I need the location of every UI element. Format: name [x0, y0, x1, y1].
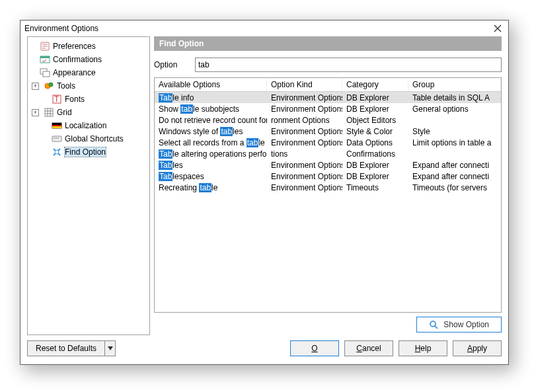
cell-group: Limit options in table a: [408, 138, 501, 147]
cell-category: Confirmations: [342, 149, 408, 159]
close-icon[interactable]: [491, 22, 504, 35]
find-icon: [52, 147, 62, 157]
dialog-footer: Reset to Defaults O Cancel Help Apply: [20, 335, 508, 364]
svg-rect-12: [52, 126, 61, 128]
svg-rect-11: [52, 123, 61, 125]
help-button[interactable]: Help: [399, 340, 447, 356]
tree-expander-icon[interactable]: +: [32, 109, 39, 116]
svg-rect-13: [52, 125, 61, 126]
svg-point-6: [49, 83, 53, 87]
reset-defaults-button[interactable]: Reset to Defaults: [27, 340, 105, 356]
grid-body[interactable]: Table infoEnvironment OptionsDB Explorer…: [155, 92, 501, 312]
cell-kind: Environment Options: [267, 127, 342, 136]
results-grid[interactable]: Available OptionsOption KindCategoryGrou…: [154, 77, 502, 313]
svg-rect-16: [56, 137, 57, 139]
cell-kind: Environment Options: [267, 172, 342, 181]
cell-category: DB Explorer: [342, 104, 408, 114]
tree-item-grid[interactable]: +Grid: [29, 106, 148, 119]
tree-item-label: Localization: [65, 121, 106, 130]
cell-kind: tions: [267, 149, 342, 159]
cell-category: DB Explorer: [342, 172, 408, 181]
svg-rect-2: [40, 56, 50, 58]
table-row[interactable]: Do not retrieve record count for a table…: [155, 114, 501, 126]
cell-option: Tables: [155, 161, 267, 170]
cancel-button[interactable]: Cancel: [344, 340, 393, 356]
tree-item-global-shortcuts[interactable]: Global Shortcuts: [29, 132, 148, 145]
font-icon: T: [52, 94, 62, 104]
tree-item-label: Find Option: [65, 147, 106, 157]
appear-icon: [40, 67, 50, 78]
cell-group: Table details in SQL A: [408, 93, 501, 102]
table-row[interactable]: TablespacesEnvironment OptionsDB Explore…: [155, 171, 501, 182]
table-row[interactable]: Table infoEnvironment OptionsDB Explorer…: [155, 92, 501, 103]
cell-category: Timeouts: [342, 183, 408, 192]
option-input[interactable]: [195, 58, 502, 72]
cell-category: Object Editors: [342, 116, 408, 125]
table-row[interactable]: Table altering operations performed via …: [155, 148, 501, 159]
grid-icon: [44, 107, 54, 118]
cell-option: Table info: [155, 93, 267, 102]
tree-item-label: Global Shortcuts: [65, 134, 124, 143]
cell-group: General options: [408, 104, 501, 114]
svg-point-18: [55, 150, 59, 154]
tree-item-find-option[interactable]: Find Option: [29, 145, 148, 159]
cell-kind: ronment Options: [267, 116, 342, 125]
cell-category: DB Explorer: [342, 93, 408, 102]
cell-kind: Environment Options: [267, 93, 342, 102]
gear-icon: [44, 81, 54, 91]
tree-item-label: Fonts: [65, 95, 85, 104]
cell-kind: Environment Options: [267, 183, 342, 192]
environment-options-dialog: Environment Options PreferencesConfirmat…: [20, 20, 509, 365]
svg-rect-17: [57, 137, 59, 139]
cell-option: Tablespaces: [155, 172, 267, 181]
table-row[interactable]: Select all records from a table *Environ…: [155, 137, 501, 148]
table-row[interactable]: TablesEnvironment OptionsDB ExplorerExpa…: [155, 159, 501, 171]
cell-category: Style & Color: [342, 127, 408, 136]
svg-rect-9: [45, 108, 53, 116]
column-header[interactable]: Option Kind: [267, 78, 342, 91]
cell-kind: Environment Options: [267, 104, 342, 114]
cell-option: Show table subobjects: [155, 104, 267, 114]
locale-icon: [52, 120, 62, 131]
reset-dropdown-button[interactable]: [105, 340, 116, 356]
tree-item-label: Appearance: [53, 68, 96, 77]
tree-item-preferences[interactable]: Preferences: [29, 40, 148, 53]
apply-button[interactable]: Apply: [453, 340, 502, 356]
table-row[interactable]: Windows style of tablesEnvironment Optio…: [155, 126, 501, 137]
tree-item-label: Grid: [57, 108, 72, 117]
options-tree[interactable]: PreferencesConfirmationsAppearance+Tools…: [27, 36, 150, 335]
tree-item-fonts[interactable]: TFonts: [29, 93, 148, 106]
option-label: Option: [154, 60, 190, 69]
svg-rect-15: [54, 137, 55, 139]
tree-item-appearance[interactable]: Appearance: [29, 66, 148, 79]
grid-header: Available OptionsOption KindCategoryGrou…: [155, 78, 501, 92]
cell-category: Data Options: [342, 138, 408, 147]
tree-item-label: Tools: [57, 81, 75, 91]
cell-group: Expand after connecti: [408, 161, 501, 170]
show-option-label: Show Option: [443, 320, 489, 329]
table-row[interactable]: Show table subobjectsEnvironment Options…: [155, 103, 501, 114]
tree-item-label: Preferences: [53, 42, 96, 51]
cell-option: Table altering operations performed via …: [155, 149, 267, 159]
cell-option: Windows style of tables: [155, 127, 267, 136]
tree-expander-icon[interactable]: +: [32, 83, 39, 90]
table-row[interactable]: Recreating tableEnvironment OptionsTimeo…: [155, 182, 501, 193]
cell-group: Style: [408, 127, 501, 136]
cell-group: Expand after connecti: [408, 172, 501, 181]
tree-item-confirmations[interactable]: Confirmations: [29, 53, 148, 66]
tree-item-localization[interactable]: Localization: [29, 119, 148, 132]
svg-rect-4: [43, 71, 50, 77]
confirm-icon: [40, 54, 50, 65]
cell-group: Timeouts (for servers: [408, 183, 501, 192]
show-option-button[interactable]: Show Option: [416, 317, 502, 333]
ok-button[interactable]: O: [290, 340, 339, 356]
svg-text:T: T: [54, 95, 59, 104]
column-header[interactable]: Category: [342, 78, 408, 91]
tree-item-tools[interactable]: +Tools: [29, 79, 148, 93]
cell-kind: Environment Options: [267, 161, 342, 170]
titlebar: Environment Options: [20, 20, 508, 36]
keys-icon: [52, 134, 62, 144]
column-header[interactable]: Available Options: [155, 78, 267, 91]
column-header[interactable]: Group: [408, 78, 501, 91]
right-panel: Find Option Option Available OptionsOpti…: [154, 36, 502, 335]
